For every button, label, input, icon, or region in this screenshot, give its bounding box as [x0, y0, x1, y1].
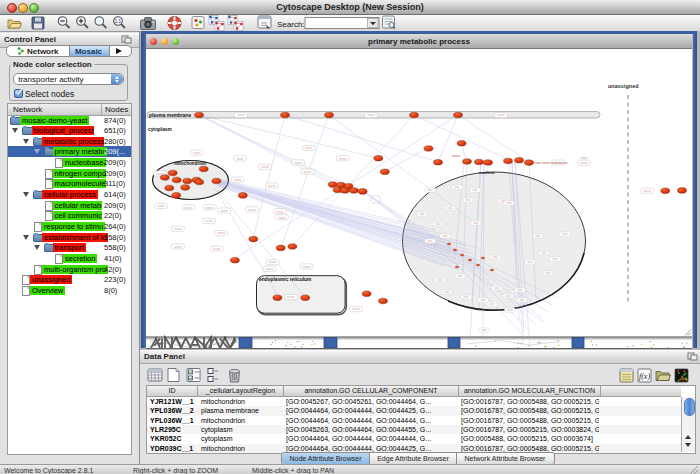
svg-text:plasma membrane: plasma membrane — [149, 113, 191, 118]
svg-text:xxxx: xxxx — [463, 296, 469, 299]
svg-text:mitochondrion: mitochondrion — [174, 161, 206, 166]
svg-text:xxxx: xxxx — [480, 299, 486, 302]
svg-text:xxxx: xxxx — [427, 240, 433, 243]
svg-text:xxxx: xxxx — [472, 189, 478, 192]
svg-text:xxxx: xxxx — [517, 289, 523, 292]
svg-text:xxxxx: xxxxx — [261, 165, 269, 169]
svg-text:xxxxx: xxxxx — [174, 227, 182, 231]
svg-text:f(x): f(x) — [639, 372, 650, 381]
svg-text:xxxx: xxxx — [444, 291, 450, 294]
svg-text:xxxx: xxxx — [419, 213, 425, 216]
svg-text:xxxx xxxxx xxxx xxxxx: xxxx xxxxx xxxx xxxxx — [534, 161, 568, 165]
svg-text:xxxx: xxxx — [473, 222, 479, 225]
svg-text:xxxx: xxxx — [581, 156, 588, 160]
svg-text:xxxx: xxxx — [447, 207, 453, 210]
svg-text:xxxxx: xxxxx — [304, 170, 312, 174]
svg-text:xxxx: xxxx — [457, 275, 463, 278]
svg-text:xxxxx: xxxxx — [206, 206, 214, 210]
svg-text:xxxxx: xxxxx — [217, 231, 225, 235]
svg-text:nucleus: nucleus — [479, 170, 495, 175]
svg-text:xxxx: xxxx — [519, 299, 525, 302]
svg-text:endoplasmic reticulum: endoplasmic reticulum — [259, 277, 311, 282]
svg-text:xxxxx: xxxxx — [174, 245, 182, 249]
svg-text:1:1: 1:1 — [115, 19, 122, 24]
svg-text:xxxx: xxxx — [545, 272, 551, 275]
svg-text:xxxxx: xxxxx — [352, 307, 360, 311]
svg-text:xxxxx: xxxxx — [295, 161, 303, 165]
svg-text:xxxx: xxxx — [506, 202, 512, 205]
svg-text:xxxx: xxxx — [489, 303, 495, 306]
svg-text:xxxx: xxxx — [562, 233, 568, 236]
svg-text:xxxxx: xxxxx — [234, 178, 242, 182]
svg-text:xxxxx: xxxxx — [248, 208, 256, 212]
svg-text:xxxx: xxxx — [552, 258, 558, 261]
svg-text:xxxx: xxxx — [481, 329, 487, 332]
svg-text:xxxxx: xxxxx — [339, 157, 347, 161]
svg-text:xxxxx: xxxxx — [305, 146, 313, 150]
svg-text:xxxxx: xxxxx — [303, 265, 311, 269]
svg-text:xxxxx: xxxxx — [236, 157, 244, 161]
svg-text:xxxxx: xxxxx — [193, 151, 201, 155]
svg-text:unassigned: unassigned — [608, 83, 639, 89]
svg-text:xxxx: xxxx — [535, 235, 541, 238]
svg-text:xxxxx: xxxxx — [452, 154, 460, 158]
svg-text:xxxxx: xxxxx — [580, 161, 588, 165]
svg-text:xxxxx: xxxxx — [237, 113, 245, 117]
svg-text:xxxx: xxxx — [527, 261, 533, 264]
svg-text:xxxx: xxxx — [442, 235, 448, 238]
svg-text:xxxx: xxxx — [437, 279, 443, 282]
svg-text:xxxxx: xxxxx — [221, 209, 229, 213]
svg-text:xxxx: xxxx — [435, 223, 441, 226]
svg-text:xxxxx: xxxxx — [268, 184, 276, 188]
svg-text:xxxx: xxxx — [427, 189, 433, 192]
svg-text:xxxxx: xxxxx — [644, 189, 652, 193]
svg-text:xxxxx: xxxxx — [269, 260, 277, 264]
svg-text:xxxxx: xxxxx — [157, 204, 165, 208]
svg-text:xxxxx: xxxxx — [497, 113, 505, 117]
svg-text:cytoplasm: cytoplasm — [148, 127, 172, 132]
svg-text:xxxx: xxxx — [541, 252, 547, 255]
svg-text:xxxx: xxxx — [507, 309, 513, 312]
svg-text:xxxxx: xxxxx — [205, 219, 213, 223]
svg-text:Search:: Search: — [277, 20, 305, 29]
svg-text:xxxx: xxxx — [505, 295, 511, 298]
svg-text:xxxxx: xxxxx — [213, 247, 221, 251]
svg-text:xxxx: xxxx — [465, 199, 471, 202]
svg-text:xxxxx: xxxxx — [287, 295, 295, 299]
svg-text:xxxx: xxxx — [492, 256, 498, 259]
svg-text:xxxxx: xxxxx — [266, 267, 274, 271]
svg-text:xxxxx: xxxxx — [276, 210, 284, 214]
svg-text:xxxxx: xxxxx — [278, 216, 286, 220]
svg-text:xxxxx: xxxxx — [367, 113, 375, 117]
svg-text:xxxx: xxxx — [454, 186, 460, 189]
svg-text:xxxx: xxxx — [494, 287, 500, 290]
svg-text:xxxxx: xxxxx — [185, 206, 193, 210]
